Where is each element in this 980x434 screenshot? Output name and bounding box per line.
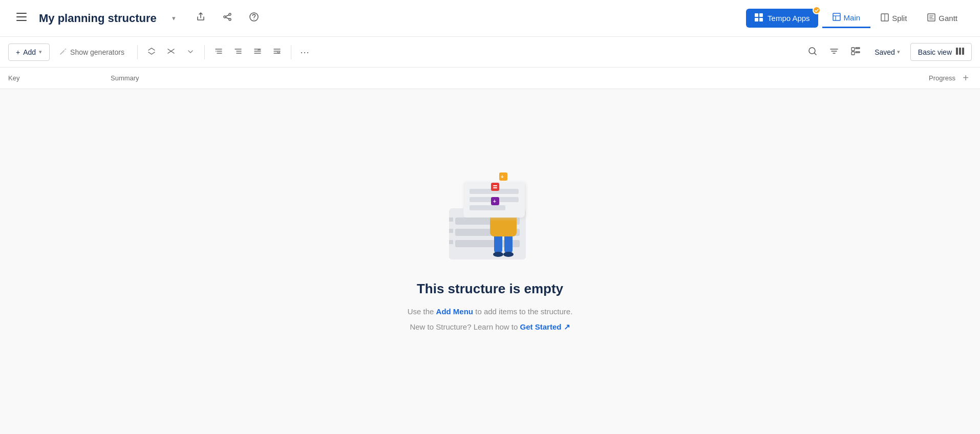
svg-point-5 [229, 18, 231, 20]
add-button[interactable]: + Add ▾ [8, 44, 50, 61]
empty-state-title: This structure is empty [417, 281, 563, 297]
empty-illustration: + + [418, 142, 562, 265]
main-view-icon [833, 13, 841, 23]
indent-icon [215, 47, 223, 57]
add-menu-link[interactable]: Add Menu [436, 307, 474, 316]
tempo-apps-label: Tempo Apps [768, 14, 810, 23]
empty-state-subtitle: Use the Add Menu to add items to the str… [408, 305, 573, 318]
column-summary-header: Summary [111, 74, 929, 82]
share-link-button[interactable] [218, 9, 237, 28]
svg-line-40 [815, 53, 817, 55]
plus-icon: + [963, 72, 969, 84]
top-nav-right: Tempo Apps Main [746, 9, 968, 28]
chevron-down-icon: ▾ [172, 14, 176, 22]
column-key-header: Key [8, 74, 111, 82]
svg-point-9 [253, 19, 254, 20]
search-icon [808, 47, 817, 58]
view-tabs: Main Split [822, 9, 968, 28]
svg-rect-13 [759, 18, 763, 21]
notification-badge [813, 6, 821, 14]
show-generators-button[interactable]: Show generators [52, 43, 132, 61]
search-button[interactable] [804, 44, 821, 61]
chevron-down-icon [187, 48, 194, 57]
split-view-icon [881, 13, 889, 23]
saved-chevron-icon: ▾ [897, 49, 900, 55]
group-icon [851, 47, 860, 58]
tab-split-label: Split [892, 14, 907, 23]
svg-rect-50 [962, 48, 964, 55]
svg-rect-44 [851, 48, 855, 51]
svg-rect-47 [856, 52, 860, 53]
svg-point-4 [224, 16, 226, 18]
share-button[interactable] [191, 9, 210, 28]
svg-rect-55 [449, 218, 453, 222]
tab-gantt[interactable]: Gantt [917, 9, 968, 27]
svg-rect-14 [833, 13, 840, 20]
level-down-button[interactable] [182, 44, 199, 61]
filter-button[interactable] [825, 44, 843, 61]
svg-rect-69 [470, 205, 505, 210]
learn-before: New to Structure? Learn how to [410, 322, 520, 331]
column-header: Key Summary Progress + [0, 68, 980, 89]
show-generators-label: Show generators [70, 48, 124, 56]
tab-main[interactable]: Main [822, 9, 871, 28]
move-up-icon [253, 47, 262, 57]
svg-rect-46 [851, 52, 855, 55]
saved-label: Saved [875, 48, 895, 56]
help-button[interactable] [245, 9, 263, 28]
add-icon: + [16, 48, 20, 56]
page-title: My planning structure [39, 12, 157, 25]
group-by-button[interactable] [847, 44, 864, 61]
hamburger-menu-button[interactable] [12, 9, 31, 28]
columns-icon [956, 48, 964, 56]
share-link-icon [223, 12, 232, 24]
title-dropdown-button[interactable]: ▾ [165, 9, 183, 28]
ellipsis-icon: ⋯ [300, 47, 310, 58]
svg-rect-57 [449, 240, 453, 244]
hamburger-icon [16, 13, 27, 24]
svg-line-7 [226, 17, 229, 19]
help-icon [249, 12, 259, 24]
get-started-link[interactable]: Get Started ↗ [520, 322, 570, 331]
svg-rect-2 [16, 20, 27, 21]
more-options-button[interactable]: ⋯ [296, 44, 314, 61]
svg-text:+: + [493, 199, 496, 204]
move-down-button[interactable] [268, 44, 286, 61]
toolbar: + Add ▾ Show generators [0, 37, 980, 68]
expand-all-button[interactable] [143, 44, 160, 61]
saved-button[interactable]: Saved ▾ [868, 45, 906, 59]
empty-state-learn: New to Structure? Learn how to Get Start… [410, 320, 570, 334]
subtitle-middle: to add items to the structure. [473, 307, 572, 316]
filter-icon [829, 47, 839, 58]
svg-point-24 [65, 49, 66, 50]
tab-main-label: Main [844, 13, 861, 22]
move-down-icon [273, 47, 281, 57]
gantt-view-icon [927, 13, 935, 23]
svg-rect-11 [759, 13, 763, 17]
tab-split[interactable]: Split [870, 9, 917, 27]
svg-rect-56 [449, 229, 453, 233]
share-icon [196, 12, 205, 24]
outdent-button[interactable] [229, 44, 247, 61]
svg-point-60 [493, 252, 503, 257]
empty-state: + + This structure is empty Use the Add … [0, 89, 980, 386]
add-column-button[interactable]: + [960, 72, 972, 84]
expand-icon [147, 47, 156, 57]
basic-view-label: Basic view [918, 48, 952, 56]
svg-line-6 [226, 15, 229, 16]
svg-point-3 [229, 13, 231, 15]
collapse-all-button[interactable] [162, 44, 180, 61]
indent-button[interactable] [210, 44, 227, 61]
svg-rect-74 [493, 187, 497, 188]
outdent-icon [234, 47, 242, 57]
svg-rect-12 [755, 18, 758, 21]
move-up-button[interactable] [249, 44, 266, 61]
toolbar-left: + Add ▾ Show generators [8, 43, 802, 61]
tab-gantt-label: Gantt [939, 14, 957, 23]
wand-icon [59, 48, 67, 57]
basic-view-button[interactable]: Basic view [910, 43, 972, 61]
svg-rect-1 [16, 16, 27, 17]
tempo-apps-button[interactable]: Tempo Apps [746, 9, 818, 28]
svg-point-25 [65, 51, 66, 51]
svg-rect-72 [491, 183, 499, 191]
